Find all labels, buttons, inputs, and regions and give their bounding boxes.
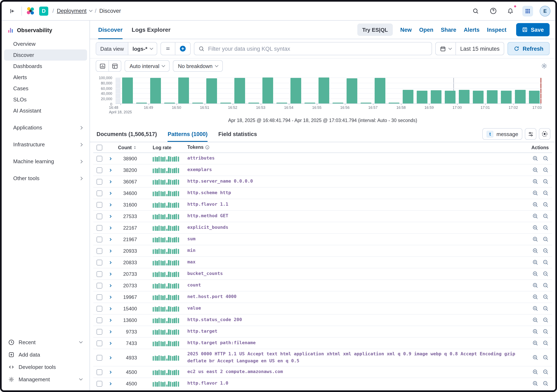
histogram-plot[interactable]: 16:48April 18, 202516:4916:5016:5116:521… [115,78,541,104]
filter-out-pattern-button[interactable] [542,190,549,196]
filter-out-pattern-button[interactable] [542,328,549,335]
expand-row-button[interactable] [107,283,114,288]
filter-for-pattern-button[interactable] [532,340,538,346]
filter-for-pattern-button[interactable] [532,294,538,300]
sidebar-footer-add-data[interactable]: Add data [2,348,90,361]
expand-row-button[interactable] [107,225,114,230]
expand-row-button[interactable] [107,381,114,386]
sidebar-footer-management[interactable]: Management [2,373,90,385]
filter-out-pattern-button[interactable] [542,178,549,185]
link-alerts[interactable]: Alerts [464,27,480,33]
sidebar-item-alerts[interactable]: Alerts [4,72,87,83]
sidebar-group-machine-learning[interactable]: Machine learning [2,156,90,167]
filter-for-pattern-button[interactable] [532,354,538,361]
filter-out-pattern-button[interactable] [542,167,549,173]
filter-for-pattern-button[interactable] [532,317,538,323]
filter-for-pattern-button[interactable] [532,201,538,208]
row-checkbox[interactable] [97,317,102,323]
expand-row-button[interactable] [107,202,114,207]
filter-for-pattern-button[interactable] [532,225,538,231]
filter-for-pattern-button[interactable] [532,190,538,196]
sidebar-item-discover[interactable]: Discover [4,49,87,61]
interval-selector[interactable]: Auto interval [125,60,170,72]
help-icon[interactable] [488,6,498,16]
filter-out-pattern-button[interactable] [542,213,549,219]
row-checkbox[interactable] [97,329,102,335]
expand-row-button[interactable] [107,179,114,184]
expand-row-button[interactable] [107,369,114,375]
link-share[interactable]: Share [441,27,456,33]
link-new[interactable]: New [400,27,412,33]
pattern-settings-icon[interactable] [525,128,536,140]
refresh-button[interactable]: Refresh [507,42,549,55]
filter-out-pattern-button[interactable] [542,354,549,361]
expand-row-button[interactable] [107,306,114,311]
sidebar-footer-developer-tools[interactable]: Developer tools [2,361,90,373]
row-checkbox[interactable] [97,340,102,346]
sidebar-group-other-tools[interactable]: Other tools [2,173,90,184]
save-button[interactable]: Save [516,23,549,36]
filter-out-pattern-button[interactable] [542,259,549,265]
row-checkbox[interactable] [97,294,102,300]
row-checkbox[interactable] [97,156,102,161]
expand-row-button[interactable] [107,341,114,346]
filter-for-pattern-button[interactable] [532,271,538,277]
apps-grid-icon[interactable] [522,6,533,16]
row-checkbox[interactable] [97,167,102,173]
chart-panel-icon[interactable] [96,61,108,71]
field-selector-chip[interactable]: t message [483,128,523,140]
sidebar-group-infrastructure[interactable]: Infrastructure [2,139,90,150]
filter-out-pattern-button[interactable] [542,317,549,323]
row-checkbox[interactable] [97,179,102,184]
select-all-checkbox[interactable] [97,144,102,150]
filter-for-pattern-button[interactable] [532,167,538,173]
row-checkbox[interactable] [97,190,102,196]
sidebar-item-dashboards[interactable]: Dashboards [4,61,87,72]
filter-out-pattern-button[interactable] [542,380,549,387]
sidebar-item-cases[interactable]: Cases [4,83,87,94]
filter-out-pattern-button[interactable] [542,248,549,254]
expand-row-button[interactable] [107,355,114,360]
filter-for-pattern-button[interactable] [532,282,538,288]
expand-row-button[interactable] [107,191,114,196]
row-checkbox[interactable] [97,202,102,208]
filter-for-pattern-button[interactable] [532,259,538,265]
search-icon[interactable] [470,6,481,16]
expand-row-button[interactable] [107,295,114,299]
link-inspect[interactable]: Inspect [487,27,507,33]
sidebar-footer-recent[interactable]: Recent [2,336,90,348]
results-tab-documents-1-506-517[interactable]: Documents (1,506,517) [97,131,157,142]
row-checkbox[interactable] [97,271,102,277]
expand-row-button[interactable] [107,329,114,334]
filter-icon[interactable] [161,42,175,55]
try-esql-button[interactable]: Try ES|QL [357,24,393,36]
pattern-analysis-icon[interactable] [539,128,550,140]
row-checkbox[interactable] [97,248,102,254]
notifications-bell-icon[interactable] [505,6,516,16]
time-range-button[interactable]: Last 15 minutes [456,42,504,55]
tab-logs-explorer[interactable]: Logs Explorer [132,21,170,39]
filter-for-pattern-button[interactable] [532,248,538,254]
row-checkbox[interactable] [97,213,102,219]
filter-for-pattern-button[interactable] [532,178,538,185]
expand-row-button[interactable] [107,214,114,219]
count-column-header[interactable]: Count [118,145,137,150]
filter-for-pattern-button[interactable] [532,380,538,387]
filter-for-pattern-button[interactable] [532,305,538,312]
chart-settings-icon[interactable] [539,61,549,71]
results-tab-field-statistics[interactable]: Field statistics [218,131,257,142]
filter-out-pattern-button[interactable] [542,340,549,346]
sidebar-item-slos[interactable]: SLOs [4,94,87,105]
filter-for-pattern-button[interactable] [532,155,538,162]
row-checkbox[interactable] [97,381,102,386]
kql-search-input[interactable] [208,46,427,52]
tab-discover[interactable]: Discover [98,21,123,39]
add-filter-button[interactable] [175,42,190,55]
filter-for-pattern-button[interactable] [532,236,538,242]
expand-row-button[interactable] [107,260,114,265]
data-view-selector[interactable]: logs-* [128,42,157,55]
row-checkbox[interactable] [97,306,102,312]
filter-for-pattern-button[interactable] [532,213,538,219]
breadcrumb-deployment[interactable]: Deployment [57,8,87,14]
filter-out-pattern-button[interactable] [542,236,549,242]
